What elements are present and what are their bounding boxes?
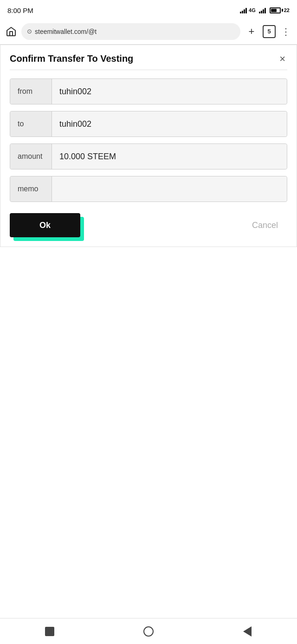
bottom-nav-bar [0, 618, 297, 644]
status-icons: 4G 22 [240, 7, 290, 13]
browser-nav-bar: ⊙ steemitwallet.com/@t + 5 ⋮ [0, 19, 297, 45]
signal-icon [240, 7, 247, 13]
dialog-actions: Ok Cancel [10, 213, 287, 237]
dialog-box: Confirm Transfer To Vesting × from tuhin… [0, 45, 297, 247]
from-value: tuhin002 [52, 79, 287, 104]
status-time: 8:00 PM [7, 7, 33, 14]
memo-value[interactable] [52, 176, 287, 202]
lock-icon: ⊙ [27, 28, 32, 35]
cancel-button[interactable]: Cancel [243, 214, 287, 237]
tab-count[interactable]: 5 [263, 25, 276, 38]
amount-value: 10.000 STEEM [52, 144, 287, 169]
ok-btn-wrapper: Ok [10, 213, 80, 237]
amount-field-row: amount 10.000 STEEM [10, 143, 287, 169]
url-text: steemitwallet.com/@t [35, 28, 97, 35]
stop-icon [45, 627, 54, 636]
dialog-title: Confirm Transfer To Vesting [10, 53, 133, 64]
stop-button[interactable] [41, 623, 58, 640]
home-icon[interactable] [5, 25, 18, 38]
home-nav-icon [143, 626, 154, 637]
from-label: from [10, 79, 52, 104]
home-nav-button[interactable] [140, 623, 157, 640]
amount-label: amount [10, 144, 52, 169]
dialog-container: Confirm Transfer To Vesting × from tuhin… [0, 45, 297, 644]
status-bar: 8:00 PM 4G 22 [0, 0, 297, 19]
memo-field-row: memo [10, 176, 287, 202]
address-bar[interactable]: ⊙ steemitwallet.com/@t [21, 23, 240, 40]
add-tab-button[interactable]: + [244, 24, 259, 39]
memo-label: memo [10, 176, 52, 202]
back-icon [243, 626, 252, 637]
to-label: to [10, 111, 52, 137]
to-value: tuhin002 [52, 111, 287, 137]
network-label: 4G [249, 7, 256, 13]
back-button[interactable] [239, 623, 256, 640]
ok-button[interactable]: Ok [10, 213, 80, 237]
to-field-row: to tuhin002 [10, 111, 287, 137]
more-menu-button[interactable]: ⋮ [279, 26, 292, 37]
battery-icon: 22 [270, 7, 290, 13]
close-button[interactable]: × [278, 54, 287, 64]
battery-level: 22 [284, 7, 290, 13]
dialog-header: Confirm Transfer To Vesting × [10, 45, 287, 70]
signal-icon-2 [259, 7, 266, 13]
from-field-row: from tuhin002 [10, 78, 287, 104]
